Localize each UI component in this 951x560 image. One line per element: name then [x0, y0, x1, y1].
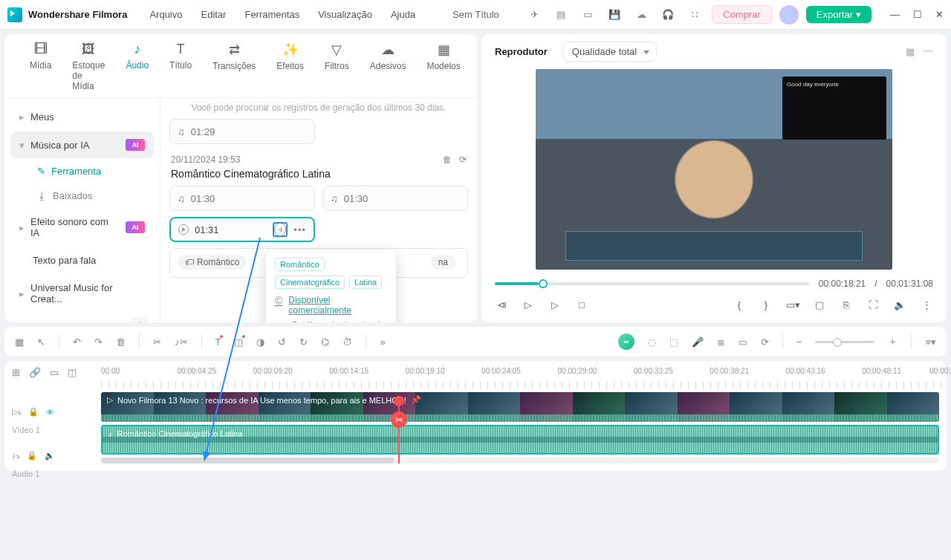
- collapse-sidebar-button[interactable]: ‹: [129, 317, 150, 322]
- speed-back-icon[interactable]: ↺: [278, 336, 286, 348]
- sidebar-sub-ferramenta[interactable]: ✎Ferramenta: [10, 160, 154, 183]
- menu-ajuda[interactable]: Ajuda: [391, 9, 415, 20]
- tag-romantico[interactable]: 🏷Romântico: [178, 255, 247, 270]
- play-icon[interactable]: [178, 224, 189, 235]
- tab-efeitos[interactable]: ✨Efeitos: [266, 42, 314, 97]
- minimize-button[interactable]: —: [890, 9, 900, 20]
- snapshot-icon[interactable]: ▢: [813, 298, 826, 311]
- export-button[interactable]: Exportar ▾: [806, 6, 872, 23]
- mixer-icon[interactable]: ≣: [717, 336, 725, 348]
- add-to-timeline-button[interactable]: [273, 222, 288, 237]
- select-tool-icon[interactable]: ▦: [15, 336, 24, 348]
- tab-transicoes[interactable]: ⇄Transições: [202, 42, 266, 97]
- prev-frame-button[interactable]: ⧏: [495, 298, 508, 311]
- text-tool-icon[interactable]: T: [215, 336, 221, 348]
- close-button[interactable]: ✕: [935, 9, 944, 20]
- clip-0130a[interactable]: ♫01:30: [169, 186, 315, 211]
- t2-icon[interactable]: ⬚: [669, 336, 678, 348]
- progress-thumb[interactable]: [539, 279, 548, 288]
- delete-icon[interactable]: 🗑: [116, 336, 126, 348]
- tab-estoque[interactable]: 🖼Estoque de Mídia: [62, 42, 115, 97]
- pop-tag-2[interactable]: Cinematográfico: [275, 276, 345, 289]
- fullscreen-icon[interactable]: ⛶: [866, 298, 880, 311]
- sidebar-item-musica-ia[interactable]: ▾Música por IAAI: [10, 131, 154, 158]
- cloud-icon[interactable]: ☁: [632, 5, 651, 25]
- sidebar-item-efeito-ia[interactable]: ▸Efeito sonoro com IAAI: [10, 209, 154, 246]
- lock-icon[interactable]: 🔒: [27, 451, 37, 460]
- sidebar-sub-baixados[interactable]: ⭳Baixados: [10, 184, 154, 207]
- menu-editar[interactable]: Editar: [201, 9, 226, 20]
- speed-fwd-icon[interactable]: ↻: [299, 336, 308, 348]
- magnet-icon[interactable]: ▭: [50, 367, 59, 378]
- audio-track-header[interactable]: ♪₁ 🔒 🔈: [12, 449, 55, 462]
- play-button[interactable]: ▷: [522, 298, 535, 311]
- avatar[interactable]: [779, 5, 799, 25]
- tab-modelos[interactable]: ▦Modelos: [416, 42, 470, 97]
- pointer-icon[interactable]: ↖: [37, 336, 45, 348]
- buy-button[interactable]: Comprar: [712, 5, 772, 24]
- undo-icon[interactable]: ↶: [73, 336, 81, 348]
- mark-out-icon[interactable]: }: [759, 298, 773, 311]
- tab-titulo[interactable]: TTítulo: [159, 42, 202, 97]
- t1-icon[interactable]: ◌: [648, 336, 656, 348]
- video-track[interactable]: ▷ Novo Filmora 13 Novo : recursos de IA …: [101, 392, 939, 422]
- audio-track[interactable]: ♪ Romântico Cinematográfico Latina: [101, 425, 939, 455]
- clip-0129[interactable]: ♫01:29: [169, 119, 315, 144]
- sidebar-item-meus[interactable]: ▸Meus: [10, 104, 154, 130]
- music-tool-icon[interactable]: ♪✂: [175, 336, 188, 348]
- popover-link-commercial[interactable]: ©Disponível comercialmente: [275, 295, 387, 316]
- sidebar-item-universal[interactable]: ▸Universal Music for Creat...: [10, 275, 154, 312]
- menu-visualizacao[interactable]: Visualização: [318, 9, 372, 20]
- link-icon[interactable]: 🔗: [29, 367, 41, 378]
- chevron-down-icon[interactable]: ⋮: [920, 298, 933, 311]
- refresh-icon[interactable]: ⟳: [459, 154, 467, 165]
- mute-icon[interactable]: 🔈: [45, 451, 55, 460]
- delete-icon[interactable]: 🗑: [443, 154, 452, 165]
- headphones-icon[interactable]: 🎧: [658, 5, 678, 25]
- share-icon[interactable]: ✈: [525, 5, 544, 25]
- zoom-in-icon[interactable]: ＋: [888, 335, 898, 348]
- video-track-header[interactable]: ▷₁ 🔒 👁: [12, 406, 55, 418]
- clip-0130b[interactable]: ♫01:30: [322, 186, 468, 211]
- scrollbar-thumb[interactable]: [101, 458, 395, 463]
- tab-adesivos[interactable]: ☁Adesivos: [360, 42, 417, 97]
- expand-icon[interactable]: »: [380, 336, 385, 348]
- more-icon[interactable]: •••: [293, 224, 306, 235]
- video-preview[interactable]: Good day everyone: [536, 69, 892, 270]
- mark-in-icon[interactable]: {: [733, 298, 746, 311]
- save-icon[interactable]: 💾: [605, 5, 624, 25]
- ratio-icon[interactable]: ▭▾: [786, 298, 799, 311]
- playhead-grip[interactable]: ✂: [391, 411, 407, 428]
- color-icon[interactable]: ◑: [256, 336, 264, 348]
- tasks-icon[interactable]: ▤: [551, 5, 571, 25]
- speed-icon[interactable]: ⌬: [321, 336, 329, 348]
- volume-icon[interactable]: 🔈: [893, 298, 906, 311]
- apps-icon[interactable]: ∷: [685, 5, 704, 25]
- progress-bar[interactable]: 00:00:18:21 / 00:01:31:08: [495, 279, 933, 289]
- timeline-scrollbar[interactable]: [101, 458, 939, 463]
- tab-filtros[interactable]: ▽Filtros: [314, 42, 360, 97]
- popover-link-catalog[interactable]: 🗀Catálogo de downloads de músicas: [275, 320, 387, 322]
- track-options-icon[interactable]: ≡▾: [925, 336, 936, 348]
- layout-icon[interactable]: ▭: [578, 5, 597, 25]
- segment-icon[interactable]: ◫: [68, 367, 77, 378]
- time-ruler[interactable]: 00:00 00:00:04:25 00:00:09:20 00:00:14:1…: [101, 365, 947, 382]
- next-frame-button[interactable]: ▷: [548, 298, 562, 311]
- ai-icon[interactable]: ••: [618, 333, 634, 350]
- marker-icon[interactable]: ▭: [739, 336, 747, 348]
- crop-icon[interactable]: ◫: [234, 336, 243, 348]
- menu-ferramentas[interactable]: Ferramentas: [244, 9, 299, 20]
- auto-reframe-icon[interactable]: ⊞: [12, 367, 20, 378]
- adjust-icon[interactable]: ⎘: [840, 298, 853, 311]
- mic-icon[interactable]: 🎤: [692, 336, 704, 348]
- stop-button[interactable]: □: [575, 298, 588, 311]
- maximize-button[interactable]: ☐: [913, 9, 922, 20]
- tab-midia[interactable]: 🎞Mídia: [19, 42, 62, 97]
- tag-partial[interactable]: na: [431, 255, 455, 270]
- pop-tag-1[interactable]: Romântico: [275, 258, 325, 271]
- zoom-slider[interactable]: [815, 341, 874, 343]
- tab-audio[interactable]: ♪Áudio: [115, 42, 159, 97]
- scope-icon[interactable]: 〰: [924, 46, 933, 57]
- timer-icon[interactable]: ⏱: [343, 336, 352, 348]
- menu-arquivo[interactable]: Arquivo: [149, 9, 182, 20]
